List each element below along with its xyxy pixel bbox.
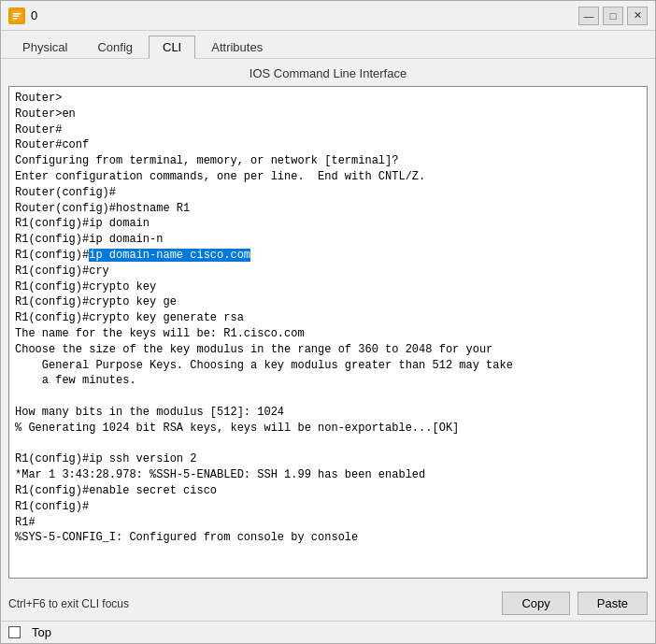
maximize-button[interactable]: □: [603, 7, 623, 25]
title-bar: 0 — □ ✕: [1, 1, 655, 31]
cli-line-7: Router(config)#: [15, 186, 116, 199]
cli-line-22: % Generating 1024 bit RSA keys, keys wil…: [15, 422, 459, 435]
cli-line-21: How many bits in the modulus [512]: 1024: [15, 406, 284, 419]
cli-line-1: Router>: [15, 92, 62, 105]
top-checkbox[interactable]: [8, 626, 21, 638]
tab-attributes[interactable]: Attributes: [197, 36, 277, 59]
close-button[interactable]: ✕: [627, 7, 648, 25]
content-area: IOS Command Line Interface Router> Route…: [1, 59, 655, 586]
cli-line-5: Configuring from terminal, memory, or ne…: [15, 154, 398, 167]
cli-line-9: R1(config)#ip domain: [15, 217, 150, 230]
main-window: 0 — □ ✕ Physical Config CLI Attributes I…: [0, 0, 656, 644]
tab-bar: Physical Config CLI Attributes: [1, 31, 655, 59]
copy-button[interactable]: Copy: [502, 592, 569, 615]
cli-line-26: R1(config)#enable secret cisco: [15, 484, 217, 497]
cli-line-12: R1(config)#cry: [15, 265, 109, 278]
window-title: 0: [31, 8, 578, 22]
top-label: Top: [32, 625, 51, 639]
minimize-button[interactable]: —: [578, 7, 599, 25]
cli-line-4: Router#conf: [15, 138, 89, 151]
cli-line-19: a few minutes.: [15, 374, 136, 387]
app-icon: [8, 7, 25, 24]
cli-line-29: %SYS-5-CONFIG_I: Configured from console…: [15, 531, 358, 544]
cli-line-20: [15, 390, 21, 403]
paste-button[interactable]: Paste: [578, 592, 648, 615]
tab-physical[interactable]: Physical: [8, 36, 81, 59]
cli-line-16: The name for the keys will be: R1.cisco.…: [15, 327, 305, 340]
bottom-buttons: Copy Paste: [502, 592, 648, 615]
cli-line-6: Enter configuration commands, one per li…: [15, 170, 425, 183]
cli-line-25: *Mar 1 3:43:28.978: %SSH-5-ENABLED: SSH …: [15, 468, 425, 481]
bottom-bar: Ctrl+F6 to exit CLI focus Copy Paste: [1, 586, 655, 621]
tab-config[interactable]: Config: [83, 36, 147, 59]
svg-rect-2: [13, 15, 19, 17]
cli-terminal[interactable]: Router> Router>en Router# Router#conf Co…: [8, 86, 648, 579]
cli-highlighted-text: ip domain-name cisco.com: [89, 249, 250, 262]
cli-line-14: R1(config)#crypto key ge: [15, 295, 177, 308]
cli-line-11: R1(config)#ip domain-name cisco.com: [15, 249, 250, 262]
cli-line-23: [15, 437, 21, 451]
window-controls: — □ ✕: [578, 7, 648, 25]
cli-line-17: Choose the size of the key modulus in th…: [15, 343, 492, 356]
cli-line-10: R1(config)#ip domain-n: [15, 233, 163, 246]
svg-rect-3: [13, 18, 17, 20]
cli-line-8: Router(config)#hostname R1: [15, 202, 190, 215]
cli-hint: Ctrl+F6 to exit CLI focus: [8, 597, 129, 610]
cli-line-3: Router#: [15, 123, 62, 136]
cli-line-13: R1(config)#crypto key: [15, 280, 156, 293]
cli-line-28: R1#: [15, 516, 36, 529]
cli-line-2: Router>en: [15, 107, 76, 121]
cli-line-27: R1(config)#: [15, 500, 89, 513]
cli-line-15: R1(config)#crypto key generate rsa: [15, 311, 244, 324]
cli-line-24: R1(config)#ip ssh version 2: [15, 452, 196, 465]
cli-line-18: General Purpose Keys. Choosing a key mod…: [15, 359, 513, 372]
svg-rect-1: [13, 13, 21, 15]
cli-section-title: IOS Command Line Interface: [8, 66, 648, 80]
footer-bar: Top: [1, 621, 655, 643]
tab-cli[interactable]: CLI: [149, 36, 195, 59]
